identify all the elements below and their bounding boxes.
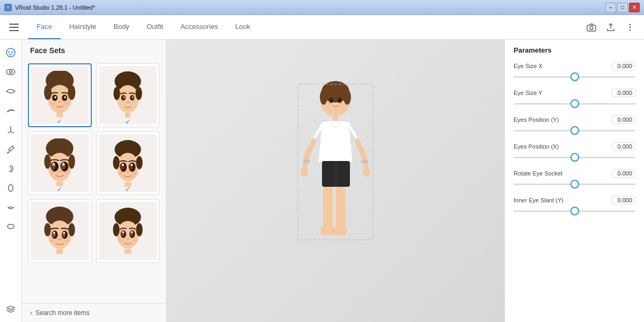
menu-button[interactable] <box>5 19 23 36</box>
param-eyes-pos-y-track <box>514 130 635 131</box>
window-controls[interactable]: – □ ✕ <box>605 3 640 12</box>
param-inner-eye-slant-y: Inner Eye Slant (Y) 0.000 <box>514 196 635 215</box>
svg-point-30 <box>135 87 142 100</box>
param-inner-eye-slant-y-thumb[interactable] <box>570 207 579 215</box>
panel-content: ✓ <box>21 59 166 303</box>
param-rotate-eye-socket-label: Rotate Eye Socket 0.000 <box>514 169 635 178</box>
param-inner-eye-slant-y-value[interactable]: 0.000 <box>612 196 635 204</box>
side-icon-face[interactable] <box>2 44 19 61</box>
svg-rect-80 <box>125 249 131 254</box>
svg-point-20 <box>44 85 52 100</box>
svg-point-2 <box>630 24 631 25</box>
face-grid-row2: ✓ <box>28 131 159 195</box>
title-bar: V VRoid Studio 1.28.1 - Untitled* – □ ✕ <box>0 0 644 15</box>
close-button[interactable]: ✕ <box>629 3 640 12</box>
export-button[interactable] <box>602 19 619 36</box>
hamburger-line-2 <box>9 27 19 28</box>
search-more-button[interactable]: › Search more items <box>21 303 166 322</box>
svg-point-21 <box>68 85 75 100</box>
svg-point-8 <box>6 69 15 75</box>
tab-look[interactable]: Look <box>226 15 259 39</box>
tab-outfit[interactable]: Outfit <box>138 15 172 39</box>
face-icon <box>5 47 16 58</box>
param-eyes-pos-x-slider[interactable] <box>514 153 635 162</box>
side-icon-ear[interactable] <box>2 160 19 177</box>
svg-point-25 <box>130 95 134 100</box>
svg-point-39 <box>49 171 55 174</box>
svg-point-79 <box>132 239 137 242</box>
svg-point-26 <box>123 97 124 98</box>
other-icon <box>5 221 16 232</box>
side-icon-other[interactable] <box>2 218 19 235</box>
svg-point-38 <box>62 163 64 165</box>
camera-button[interactable] <box>583 19 600 36</box>
face-thumb-3 <box>31 134 89 193</box>
minimize-button[interactable]: – <box>605 3 616 12</box>
face-item-5[interactable] <box>28 199 92 263</box>
eye-outline-icon <box>5 86 16 97</box>
param-inner-eye-slant-y-slider[interactable] <box>514 207 635 215</box>
maximize-button[interactable]: □ <box>617 3 628 12</box>
face-item-1[interactable]: ✓ <box>28 63 92 127</box>
svg-rect-19 <box>56 112 63 117</box>
svg-point-68 <box>45 223 51 237</box>
svg-point-18 <box>64 101 69 105</box>
side-icon-eye-outline[interactable] <box>2 83 19 100</box>
svg-point-7 <box>11 52 13 53</box>
tab-body[interactable]: Body <box>105 15 138 39</box>
side-icon-layers[interactable] <box>2 301 19 318</box>
face-thumb-4 <box>99 134 157 193</box>
hamburger-line-3 <box>9 30 19 31</box>
param-rotate-eye-socket-slider[interactable] <box>514 180 635 188</box>
main-layout: Face Sets <box>0 40 644 322</box>
ear-icon <box>5 163 16 174</box>
face-preview-1 <box>35 71 84 120</box>
param-eyes-pos-x-label: Eyes Position (X) 0.000 <box>514 142 635 151</box>
tab-accessories[interactable]: Accessories <box>172 15 226 39</box>
param-eye-size-x-track <box>514 76 635 78</box>
dropper-icon <box>5 144 16 155</box>
svg-point-81 <box>113 223 119 237</box>
face-grid-row3 <box>28 199 159 263</box>
param-eyes-pos-y-thumb[interactable] <box>570 126 579 135</box>
svg-point-86 <box>343 90 351 105</box>
param-eye-size-x-slider[interactable] <box>514 72 635 81</box>
svg-rect-67 <box>56 249 63 254</box>
side-icon-nose[interactable] <box>2 121 19 138</box>
param-eyes-pos-x-value[interactable]: 0.000 <box>612 142 635 151</box>
mouth-icon <box>5 202 16 213</box>
more-options-button[interactable] <box>621 19 639 36</box>
side-icon-eye[interactable] <box>2 63 19 80</box>
face-preview-6 <box>103 206 152 255</box>
side-icon-dropper[interactable] <box>2 141 19 158</box>
search-more-label: Search more items <box>35 309 90 317</box>
tab-face[interactable]: Face <box>28 15 61 39</box>
app-icon: V <box>4 4 12 11</box>
face-item-6[interactable] <box>96 199 160 263</box>
svg-point-69 <box>69 223 75 237</box>
param-eye-size-x-value[interactable]: 0.000 <box>612 62 635 70</box>
svg-point-15 <box>55 96 56 98</box>
face-item-3[interactable]: ✓ <box>28 131 92 195</box>
param-eyes-pos-y-value[interactable]: 0.000 <box>612 115 635 124</box>
param-eye-size-y-thumb[interactable] <box>570 99 579 108</box>
param-rotate-eye-socket-thumb[interactable] <box>570 180 579 188</box>
svg-point-5 <box>6 48 15 57</box>
svg-point-9 <box>9 71 12 74</box>
side-icon-face-shape[interactable] <box>2 179 19 196</box>
face-item-2[interactable]: ✓ <box>96 63 160 127</box>
face-item-4[interactable]: ✓ <box>96 131 160 195</box>
param-eye-size-y-track <box>514 103 635 105</box>
search-more-chevron: › <box>30 309 32 317</box>
param-eye-size-x-thumb[interactable] <box>570 72 579 81</box>
svg-point-6 <box>8 52 10 53</box>
side-icon-mouth[interactable] <box>2 199 19 216</box>
param-rotate-eye-socket-value[interactable]: 0.000 <box>612 169 635 178</box>
param-eye-size-y-value[interactable]: 0.000 <box>612 89 635 97</box>
param-eyes-pos-x-thumb[interactable] <box>570 153 579 162</box>
svg-point-50 <box>122 164 124 166</box>
param-eyes-pos-y-slider[interactable] <box>514 126 635 135</box>
side-icon-eyebrow[interactable] <box>2 102 19 119</box>
param-eye-size-y-slider[interactable] <box>514 99 635 108</box>
tab-hairstyle[interactable]: Hairstyle <box>61 15 105 39</box>
